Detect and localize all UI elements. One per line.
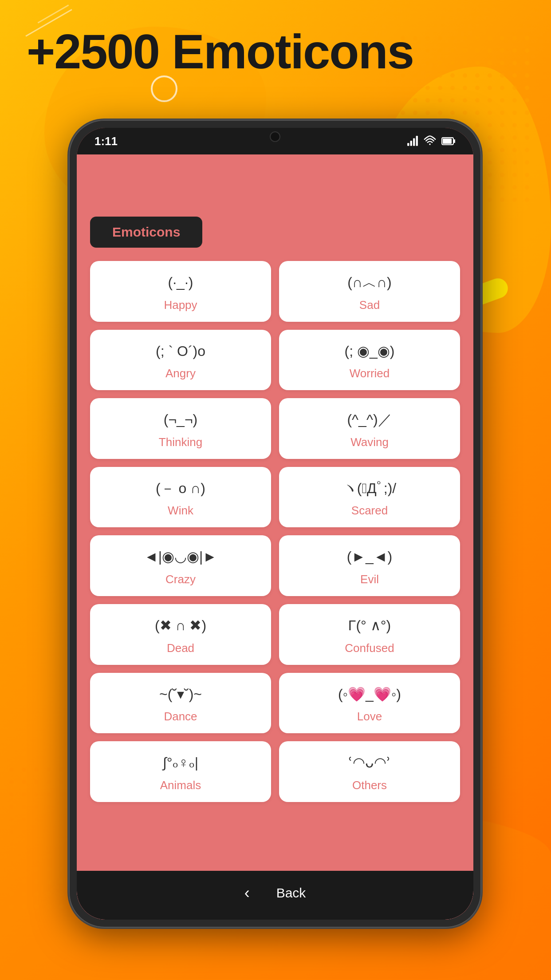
status-icons <box>407 135 456 147</box>
emoticon-label: Angry <box>165 367 196 380</box>
emoticon-cell[interactable]: Γ(° ∧°)Confused <box>279 604 460 665</box>
wifi-icon <box>424 135 436 147</box>
svg-rect-5 <box>410 141 412 146</box>
phone-frame: 1:11 Emoticons <box>69 120 481 928</box>
emoticon-symbol: ∫°ₒ♀ₒ| <box>163 754 198 772</box>
emoticon-label: Dead <box>167 641 194 655</box>
back-chevron-icon: ‹ <box>244 884 250 902</box>
emoticon-label: Love <box>357 710 382 723</box>
emoticon-cell[interactable]: ʿ◠ᴗ◠ʾOthers <box>279 741 460 802</box>
emoticon-label: Crazy <box>165 573 196 586</box>
emoticon-cell[interactable]: (－ o ∩)Wink <box>90 467 271 528</box>
emoticon-label: Waving <box>350 435 389 449</box>
emoticon-label: Sad <box>359 298 380 312</box>
top-area <box>77 154 473 217</box>
emoticon-cell[interactable]: ~(˘▾˘)~Dance <box>90 673 271 734</box>
emoticon-cell[interactable]: (►_◄)Evil <box>279 535 460 596</box>
svg-point-8 <box>429 143 431 145</box>
emoticon-cell[interactable]: ◄|◉◡◉|►Crazy <box>90 535 271 596</box>
emoticon-cell[interactable]: ヽ(ﾟДﾟ;)/Scared <box>279 467 460 528</box>
status-time: 1:11 <box>94 134 118 148</box>
emoticon-symbol: Γ(° ∧°) <box>348 616 391 635</box>
emoticon-symbol: (^_^)／ <box>347 411 392 429</box>
emoticon-symbol: (∩︿∩) <box>347 273 391 292</box>
emoticon-label: Others <box>352 778 387 792</box>
signal-icon <box>407 135 418 147</box>
emoticon-label: Happy <box>164 298 197 312</box>
page-title: +2500 Emoticons <box>27 24 524 78</box>
emoticon-label: Worried <box>350 367 390 380</box>
camera-notch <box>270 131 280 142</box>
emoticon-symbol: (¬_¬) <box>164 411 197 429</box>
emoticon-symbol: ~(˘▾˘)~ <box>159 685 202 704</box>
emoticon-symbol: (; ` O´)o <box>156 342 205 361</box>
svg-rect-6 <box>413 138 415 146</box>
emoticon-symbol: (·_·) <box>168 273 193 292</box>
emoticon-label: Confused <box>345 641 394 655</box>
bottom-nav: ‹ Back <box>77 871 473 920</box>
emoticon-label: Animals <box>160 778 201 792</box>
emoticon-cell[interactable]: (✖ ∩ ✖)Dead <box>90 604 271 665</box>
bg-circle-top <box>151 75 177 102</box>
emoticon-label: Wink <box>168 504 193 518</box>
emoticon-symbol: (►_◄) <box>347 548 392 566</box>
emoticon-label: Dance <box>164 710 197 723</box>
emoticon-cell[interactable]: ∫°ₒ♀ₒ|Animals <box>90 741 271 802</box>
phone-mockup: 1:11 Emoticons <box>69 120 481 928</box>
emoticon-symbol: (; ◉_◉) <box>345 342 395 361</box>
battery-icon <box>441 136 456 146</box>
phone-screen: 1:11 Emoticons <box>77 128 473 920</box>
emoticon-symbol: (－ o ∩) <box>156 479 205 498</box>
svg-rect-10 <box>443 138 452 144</box>
tab-bar: Emoticons <box>77 217 473 257</box>
emoticon-cell[interactable]: (^_^)／Waving <box>279 398 460 459</box>
emoticon-symbol: (◦💗_💗◦) <box>338 685 401 704</box>
svg-rect-7 <box>416 136 418 146</box>
emoticon-cell[interactable]: (∩︿∩)Sad <box>279 261 460 322</box>
tab-emoticons[interactable]: Emoticons <box>90 217 202 248</box>
emoticon-label: Evil <box>360 573 379 586</box>
emoticon-cell[interactable]: (·_·)Happy <box>90 261 271 322</box>
emoticon-symbol: ʿ◠ᴗ◠ʾ <box>348 754 391 772</box>
emoticon-label: Scared <box>351 504 388 518</box>
status-bar: 1:11 <box>77 128 473 154</box>
screen-content: Emoticons (·_·)Happy(∩︿∩)Sad(; ` O´)oAng… <box>77 154 473 920</box>
emoticon-grid: (·_·)Happy(∩︿∩)Sad(; ` O´)oAngry(; ◉_◉)W… <box>90 261 460 802</box>
emoticon-symbol: (✖ ∩ ✖) <box>155 616 206 635</box>
svg-rect-4 <box>407 143 409 146</box>
emoticon-label: Thinking <box>159 435 202 449</box>
emoticon-cell[interactable]: (; ◉_◉)Worried <box>279 330 460 391</box>
emoticon-cell[interactable]: (◦💗_💗◦)Love <box>279 673 460 734</box>
emoticon-cell[interactable]: (; ` O´)oAngry <box>90 330 271 391</box>
emoticon-cell[interactable]: (¬_¬)Thinking <box>90 398 271 459</box>
emoticon-symbol: ヽ(ﾟДﾟ;)/ <box>343 479 396 498</box>
emoticon-grid-container: (·_·)Happy(∩︿∩)Sad(; ` O´)oAngry(; ◉_◉)W… <box>77 257 473 871</box>
emoticon-symbol: ◄|◉◡◉|► <box>144 548 217 566</box>
back-button[interactable]: Back <box>276 885 306 901</box>
svg-rect-11 <box>454 139 455 143</box>
